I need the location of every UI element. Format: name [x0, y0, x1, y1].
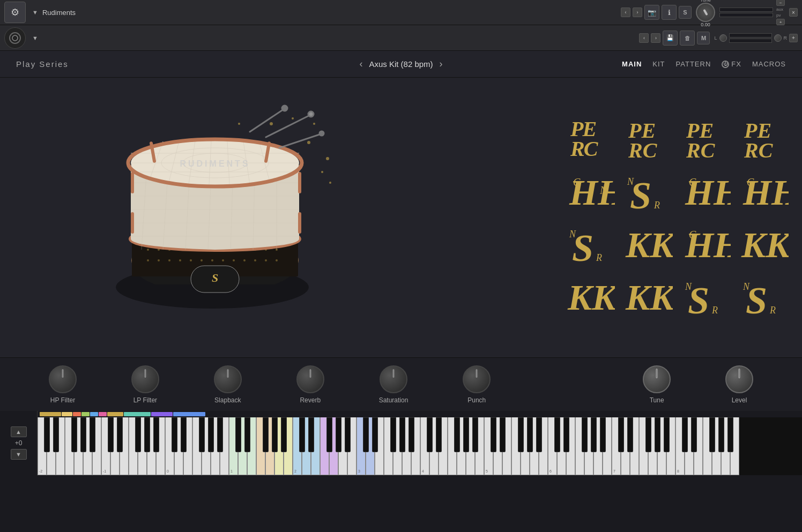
black-key-F#6[interactable]	[582, 417, 588, 452]
black-key-D#3[interactable]	[372, 417, 378, 452]
black-key-F#0[interactable]	[199, 417, 205, 452]
black-key-D#0[interactable]	[181, 417, 187, 452]
slapback-knob[interactable]	[214, 365, 242, 393]
black-key-D#5[interactable]	[500, 417, 506, 452]
next-arrow-btn[interactable]: ›	[633, 8, 642, 17]
black-key-F#7[interactable]	[645, 417, 651, 452]
pad-kick2[interactable]: KK	[738, 220, 791, 268]
pad-kick1[interactable]: KK	[622, 220, 675, 268]
pad-snare3[interactable]: S N R	[680, 272, 733, 320]
prev-arrow-btn[interactable]: ‹	[621, 8, 630, 17]
black-key-C#3[interactable]	[363, 417, 369, 452]
black-key-A#3[interactable]	[409, 417, 414, 452]
black-key-C#0[interactable]	[172, 417, 177, 452]
menu-main[interactable]: MAIN	[622, 60, 642, 68]
black-key-F#2[interactable]	[326, 417, 332, 452]
black-key-D#8[interactable]	[691, 417, 697, 452]
black-key-G#4[interactable]	[463, 417, 469, 452]
black-key-D#-1[interactable]	[117, 417, 123, 452]
minus-btn[interactable]: −	[776, 0, 785, 6]
black-key-G#7[interactable]	[655, 417, 660, 452]
pad-snare2[interactable]: S N R	[564, 220, 618, 268]
info-icon[interactable]: ℹ	[662, 5, 677, 20]
menu-pattern[interactable]: PATTERN	[676, 60, 711, 68]
black-key-F#8[interactable]	[709, 417, 715, 452]
black-key-G#2[interactable]	[336, 417, 341, 452]
menu-kit[interactable]: KIT	[652, 60, 665, 68]
menu-macros[interactable]: MACROS	[752, 60, 786, 68]
black-key-A#5[interactable]	[536, 417, 542, 452]
plus-btn[interactable]: +	[776, 19, 785, 25]
camera-icon[interactable]: 📷	[644, 5, 659, 20]
black-key-C#8[interactable]	[682, 417, 688, 452]
black-key-C#6[interactable]	[554, 417, 560, 452]
hp-filter-knob[interactable]	[49, 365, 77, 393]
pad-hh2[interactable]: HH C	[680, 167, 733, 215]
pad-snare4[interactable]: S N R	[738, 272, 791, 320]
black-key-G#-1[interactable]	[144, 417, 150, 452]
kit-next-nav[interactable]: ›	[440, 58, 443, 70]
pad-kick4[interactable]: KK	[622, 272, 675, 320]
pad-perc4[interactable]: PE RC	[738, 115, 791, 163]
pan-knob-l[interactable]	[719, 34, 727, 42]
lr-plus-btn[interactable]: +	[789, 34, 798, 42]
tune-knob[interactable]	[696, 3, 715, 22]
black-key-A#-2[interactable]	[90, 417, 95, 452]
black-key-C#-1[interactable]	[108, 417, 114, 452]
menu-fx[interactable]: ⏻ FX	[722, 60, 741, 68]
pad-perc1[interactable]: PE RC	[564, 115, 618, 163]
pad-hh4[interactable]: HH C	[680, 220, 733, 268]
black-key-A#-1[interactable]	[153, 417, 159, 452]
tune-main-knob[interactable]	[643, 365, 671, 393]
punch-knob[interactable]	[463, 365, 491, 393]
black-key-F#5[interactable]	[518, 417, 524, 452]
pad-kick3[interactable]: KK	[564, 272, 618, 320]
gear-icon[interactable]: ⚙	[4, 2, 26, 23]
transpose-up-btn[interactable]: ▲	[11, 426, 27, 437]
kit-prev-nav[interactable]: ‹	[359, 58, 362, 70]
black-key-D#7[interactable]	[627, 417, 633, 452]
black-key-F#3[interactable]	[390, 417, 396, 452]
black-key-C#1[interactable]	[235, 417, 241, 452]
black-key-G#0[interactable]	[208, 417, 214, 452]
close-btn[interactable]: ×	[789, 8, 798, 17]
black-key-A#4[interactable]	[472, 417, 478, 452]
black-key-A#1[interactable]	[281, 417, 287, 452]
black-key-D#2[interactable]	[308, 417, 314, 452]
saturation-knob[interactable]	[380, 365, 407, 393]
black-key-G#8[interactable]	[718, 417, 724, 452]
delete-icon[interactable]: 🗑	[680, 31, 695, 46]
black-key-D#6[interactable]	[563, 417, 569, 452]
s-button[interactable]: S	[679, 6, 692, 19]
kit-prev-btn[interactable]: ‹	[639, 33, 649, 43]
black-key-A#0[interactable]	[217, 417, 223, 452]
black-key-A#2[interactable]	[345, 417, 351, 452]
black-key-F#-1[interactable]	[135, 417, 141, 452]
pad-snare1[interactable]: S N R	[622, 167, 675, 215]
black-key-F#1[interactable]	[263, 417, 269, 452]
level-knob[interactable]	[725, 365, 753, 393]
black-key-G#5[interactable]	[527, 417, 533, 452]
black-key-G#3[interactable]	[399, 417, 405, 452]
black-key-A#7[interactable]	[664, 417, 670, 452]
black-key-G#1[interactable]	[272, 417, 278, 452]
reverb-knob[interactable]	[296, 365, 324, 393]
black-key-G#-2[interactable]	[80, 417, 86, 452]
pad-perc2[interactable]: PE RC	[622, 115, 675, 163]
black-key-F#4[interactable]	[454, 417, 460, 452]
black-key-C#7[interactable]	[618, 417, 624, 452]
m-button[interactable]: M	[697, 32, 710, 44]
pad-perc3[interactable]: PE RC	[680, 115, 733, 163]
black-key-C#-2[interactable]	[44, 417, 50, 452]
pad-hh3[interactable]: HH C	[738, 167, 791, 215]
fx-power-icon[interactable]: ⏻	[722, 61, 729, 68]
black-key-A#8[interactable]	[727, 417, 733, 452]
pad-hh1[interactable]: HH C N	[564, 167, 618, 215]
black-key-D#-2[interactable]	[53, 417, 59, 452]
black-key-C#5[interactable]	[491, 417, 496, 452]
black-key-C#4[interactable]	[427, 417, 433, 452]
black-key-C#2[interactable]	[299, 417, 305, 452]
black-key-D#1[interactable]	[244, 417, 250, 452]
kit-next-btn[interactable]: ›	[651, 33, 660, 43]
transpose-down-btn[interactable]: ▼	[11, 449, 27, 460]
